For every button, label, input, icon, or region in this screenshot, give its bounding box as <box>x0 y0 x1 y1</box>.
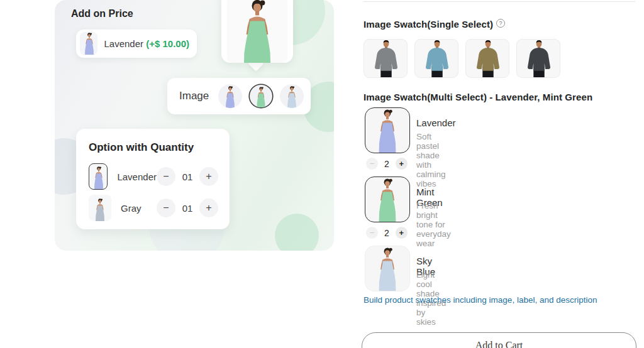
multi-select-title: Image Swatch(Multi Select) - Lavender, M… <box>364 92 592 102</box>
minus-button: − <box>157 167 175 186</box>
swatch-sky-blue-dress[interactable] <box>365 246 410 291</box>
quantity-value: 01 <box>181 171 194 182</box>
minus-button: − <box>157 198 175 217</box>
add-on-price-heading: Add on Price <box>71 8 133 19</box>
plus-button[interactable]: + <box>396 227 408 239</box>
swatch-circle-sky-blue <box>280 84 304 108</box>
option-with-quantity-card: Option with Quantity Lavender − 01 + Gra… <box>76 129 230 229</box>
plus-button[interactable]: + <box>396 158 408 170</box>
product-options-panel: Image Swatch(Single Select)? Image Swatc… <box>364 0 636 348</box>
swatch-gray-sweater[interactable] <box>364 39 408 78</box>
lavender-quantity-stepper: − 2 + <box>366 158 408 170</box>
swatch-label: Lavender <box>416 117 456 128</box>
price-chip-price: (+$ 10.00) <box>146 38 189 49</box>
quantity-row-lavender: Lavender − 01 + <box>89 163 218 190</box>
image-selector-card: Image <box>167 78 311 114</box>
model-photo <box>227 0 287 63</box>
single-select-title: Image Swatch(Single Select)? <box>364 19 505 30</box>
quantity-row-label: Gray <box>121 203 157 214</box>
swatch-charcoal-sweater[interactable] <box>516 39 560 78</box>
quantity-value: 2 <box>384 228 389 238</box>
lavender-thumb <box>89 163 108 190</box>
quantity-value: 2 <box>384 159 389 169</box>
add-to-cart-button[interactable]: Add to Cart <box>362 332 636 348</box>
plus-button: + <box>199 167 218 186</box>
price-chip-label: Lavender (+$ 10.00) <box>104 38 189 49</box>
lavender-dress-thumb <box>80 32 97 55</box>
image-selector-label: Image <box>179 90 209 102</box>
quantity-value: 01 <box>181 203 194 214</box>
swatch-circle-lavender <box>218 84 242 108</box>
minus-button[interactable]: − <box>366 227 378 239</box>
build-swatches-link[interactable]: Build product swatches including image, … <box>364 295 597 305</box>
quantity-stepper: − 01 + <box>157 198 218 217</box>
gray-thumb <box>89 195 111 221</box>
swatch-lavender-dress[interactable] <box>365 107 410 153</box>
promo-illustration: Add on Price Lavender (+$ 10.00) Image O… <box>55 0 334 251</box>
plus-button: + <box>199 198 218 217</box>
single-select-swatches <box>364 39 560 78</box>
price-chip: Lavender (+$ 10.00) <box>76 30 197 58</box>
mint-green-quantity-stepper: − 2 + <box>366 227 408 239</box>
section-divider <box>364 1 635 2</box>
swatch-mint-green-dress[interactable] <box>365 177 410 222</box>
swatch-description: Soft pastel shade with calming vibes <box>416 132 446 188</box>
minus-button[interactable]: − <box>366 158 378 170</box>
quantity-row-label: Lavender <box>117 171 157 182</box>
quantity-stepper: − 01 + <box>157 167 218 186</box>
swatch-blue-sweater[interactable] <box>414 39 458 78</box>
swatch-olive-sweater[interactable] <box>465 39 509 78</box>
decor-bubble <box>275 214 319 251</box>
swatch-circle-mint-green-selected <box>250 85 272 107</box>
help-icon[interactable]: ? <box>496 19 505 28</box>
swatch-description: Fresh bright tone for everyday wear <box>416 201 451 248</box>
option-with-quantity-title: Option with Quantity <box>89 141 218 154</box>
quantity-row-gray: Gray − 01 + <box>89 194 218 222</box>
model-photo-card <box>221 0 293 63</box>
